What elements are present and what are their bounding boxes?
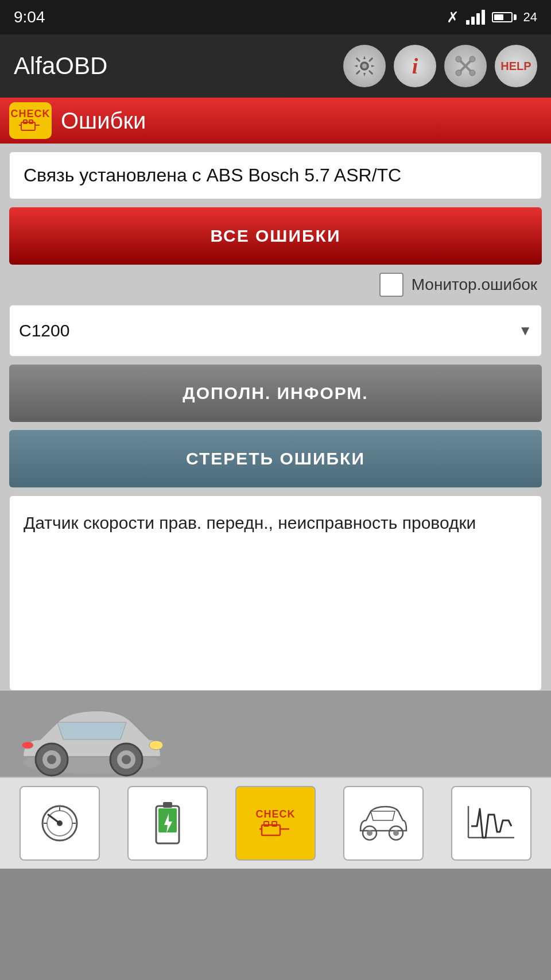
nav-check-button[interactable]: CHECK: [235, 786, 316, 861]
gauge-icon: [37, 800, 83, 846]
section-header: CHECK Ошибки: [0, 98, 551, 144]
bluetooth-icon: ✗: [447, 9, 459, 26]
chart-icon: [465, 803, 517, 843]
all-errors-button[interactable]: ВСЕ ОШИБКИ: [9, 207, 542, 265]
toolbar: AlfaOBD i: [0, 34, 551, 98]
svg-point-7: [469, 70, 475, 76]
status-time: 9:04: [14, 8, 45, 26]
car-nav-icon: [355, 803, 412, 843]
content-area: Связь установлена с ABS Bosch 5.7 ASR/TC…: [0, 144, 551, 691]
nav-chart-button[interactable]: [451, 786, 531, 861]
battery-level: 24: [523, 10, 537, 25]
info-button[interactable]: i: [394, 45, 436, 87]
svg-point-21: [22, 742, 33, 749]
svg-point-19: [122, 755, 131, 764]
status-icons: ✗ 24: [447, 9, 537, 26]
monitor-row: Монитор.ошибок: [9, 273, 542, 297]
chevron-down-icon: ▼: [518, 323, 532, 339]
description-box: Датчик скорости прав. передн., неисправн…: [9, 495, 542, 691]
connection-info: Связь установлена с ABS Bosch 5.7 ASR/TC: [9, 152, 542, 199]
tools-icon: [453, 53, 478, 79]
additional-info-button[interactable]: ДОПОЛН. ИНФОРМ.: [9, 365, 542, 422]
svg-point-40: [393, 830, 399, 836]
info-icon: i: [412, 53, 418, 79]
nav-check-label: CHECK: [255, 808, 295, 820]
bottom-area: CHECK: [0, 691, 551, 869]
status-bar: 9:04 ✗ 24: [0, 0, 551, 34]
svg-point-1: [362, 64, 367, 68]
engine-icon: [19, 119, 42, 133]
error-code-dropdown[interactable]: С1200 ▼: [9, 305, 542, 357]
svg-point-6: [456, 70, 461, 76]
svg-point-16: [47, 755, 56, 764]
svg-point-38: [367, 830, 372, 836]
help-button[interactable]: HELP: [495, 45, 537, 87]
nav-engine-icon: [259, 820, 292, 839]
svg-point-5: [469, 56, 475, 62]
section-title: Ошибки: [61, 108, 146, 134]
dropdown-value: С1200: [19, 321, 518, 340]
nav-gauge-button[interactable]: [20, 786, 100, 861]
connection-text: Связь установлена с ABS Bosch 5.7 ASR/TC: [24, 165, 401, 185]
check-badge-label: CHECK: [10, 109, 50, 119]
svg-point-4: [456, 56, 461, 62]
battery-icon: [492, 12, 517, 22]
monitor-label: Монитор.ошибок: [412, 276, 537, 294]
nav-battery-button[interactable]: [127, 786, 208, 861]
monitor-checkbox[interactable]: [379, 273, 403, 297]
svg-rect-30: [163, 802, 172, 808]
battery-nav-icon: [150, 797, 185, 849]
svg-line-25: [48, 815, 60, 823]
settings-button[interactable]: [343, 45, 386, 87]
bottom-nav: CHECK: [0, 777, 551, 869]
car-image: [0, 691, 184, 780]
toolbar-buttons: i HELP: [343, 45, 537, 87]
check-badge: CHECK: [9, 102, 52, 139]
app-title: AlfaOBD: [14, 52, 107, 80]
clear-errors-button[interactable]: СТЕРЕТЬ ОШИБКИ: [9, 430, 542, 487]
signal-icon: [466, 10, 485, 25]
svg-point-20: [149, 741, 163, 750]
tools-button[interactable]: [444, 45, 487, 87]
nav-car-button[interactable]: [343, 786, 424, 861]
help-icon: HELP: [500, 60, 531, 73]
description-text: Датчик скорости прав. передн., неисправн…: [24, 513, 476, 532]
car-silhouette: [6, 699, 178, 780]
